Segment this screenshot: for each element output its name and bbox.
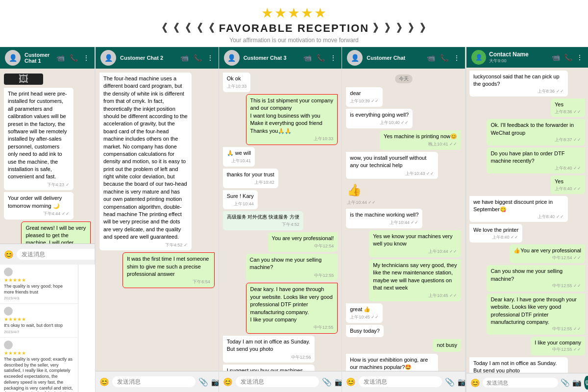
chat-panel-4: 👤 Customer Chat 📹 📞 ⋮ 今天 dear 上午10:39 ✓✓… [342,47,466,392]
message-item: Can you show me your selling machine? 中午… [246,254,338,281]
chat-input-bar-4: 😊 📎 📷 🎙 [342,371,465,392]
chat-header-1: 👤 Customer Chat 1 📹 📞 ⋮ [0,47,95,69]
right-chat-input-bar: 😊 📎 📷 🎙 [466,373,588,392]
right-chat-sub: 大午9:00 [489,58,549,64]
call-icon[interactable]: 📞 [564,53,572,61]
chat-header-icons-2: 📹 📞 ⋮ [180,54,214,62]
title-text: FAVORABLE RECEPTION [219,22,369,35]
reviews-panel: ★★★★★ The quality is very good; hope mor… [0,265,78,392]
message-item: Dear kary. I have gone through your webs… [487,294,585,335]
message-item: Yes we know your machines very well you … [369,230,461,257]
star-rating: ★★★★★ [0,5,588,21]
chat-body-4: 今天 dear 上午10:39 ✓✓ is everything going w… [342,69,465,371]
message-item: Yes 上午8:40 ✓✓ [551,175,585,194]
more-icon[interactable]: ⋮ [453,54,460,62]
message-item: Ok ok 上午10:33 [223,73,251,92]
right-chat-header-info: Contact Name 大午9:00 [489,51,549,64]
chat-input-bar-2: 😊 📎 📷 🎙 [96,371,219,392]
message-item-highlighted: This is 1st shipment your company and ou… [246,94,338,145]
video-icon[interactable]: 📹 [552,53,560,61]
message-item: You are very professional! 中午12:54 [268,232,338,252]
video-icon[interactable]: 📹 [180,54,189,62]
message-item: Sure ! Kary 上午10:44 [223,190,258,210]
attach-icon[interactable]: 📎 [445,377,455,387]
header-subtitle: Your affirmation is our motivation to mo… [0,37,588,44]
more-icon[interactable]: ⋮ [83,54,90,62]
review-item: ★★★★★ The quality is very good; hope mor… [0,265,78,304]
message-item: Your order will delivery tomorrow mornin… [4,192,74,219]
emoji-icon[interactable]: 😊 [470,378,480,388]
chat-body-3: Ok ok 上午10:33 This is 1st shipment your … [219,69,342,371]
right-chat-avatar: 👤 [471,50,486,65]
chat-name-2: Customer Chat 2 [120,55,176,61]
call-icon[interactable]: 📞 [70,54,78,62]
chat-body-2: The four-head machine uses a different b… [96,69,219,371]
message-item: Ok. I'll feedback to the forwarder in We… [487,119,585,145]
chat-header-2: 👤 Customer Chat 2 📹 📞 ⋮ [96,47,219,69]
call-icon[interactable]: 📞 [194,54,202,62]
right-header-icons: 📹 📞 ⋮ [552,53,583,61]
right-chat-name: Contact Name [489,51,549,58]
chat-avatar-3: 👤 [224,50,240,66]
more-icon[interactable]: ⋮ [576,53,583,61]
message-item: 🙏 we will 上午10:41 [223,147,255,167]
emoji-icon[interactable]: 😊 [99,377,109,387]
emoji-icon[interactable]: 😊 [4,250,14,259]
chat-header-icons-1: 📹 📞 ⋮ [56,54,90,62]
message-item: not busy [433,339,461,351]
right-message-input[interactable] [483,378,558,388]
camera-icon[interactable]: 📷 [335,377,343,387]
more-icon[interactable]: ⋮ [330,54,337,62]
chat-name-1: Customer Chat 1 [24,52,52,64]
message-item: thanks for your trust 上午10:42 [223,169,278,188]
message-item: I suggest you buy our machines and consu… [223,365,315,371]
message-input-1[interactable] [17,249,95,260]
video-icon[interactable]: 📹 [427,54,435,62]
reviewer-avatar [4,307,13,316]
message-item: How is your exhibition going, are our ma… [346,354,438,371]
chat-panel-2: 👤 Customer Chat 2 📹 📞 ⋮ The four-head ma… [96,47,219,392]
message-item: I like your company 中午12:55 ✓✓ [531,337,585,355]
chat-input-bar-3: 😊 📎 📷 🎙 [219,371,342,392]
camera-icon[interactable]: 📷 [572,378,582,387]
emoji-icon[interactable]: 😊 [346,377,356,387]
video-icon[interactable]: 📹 [303,54,312,62]
chat-avatar-1: 👤 [5,50,21,66]
reviewer-avatar [4,268,13,276]
video-icon[interactable]: 📹 [56,54,65,62]
message-item: Yes 上午8:36 ✓✓ [551,98,585,117]
right-send-button[interactable]: 🎙 [584,376,588,390]
call-icon[interactable]: 📞 [440,54,448,62]
message-input-2[interactable] [112,376,196,387]
more-icon[interactable]: ⋮ [207,54,214,62]
message-item: My technicians say very good, they like … [369,259,461,301]
emoji-icon[interactable]: 😊 [223,377,233,387]
attach-icon[interactable]: 📎 [322,377,332,387]
message-item-highlighted: It was the first time I met someone shim… [122,252,215,288]
camera-icon[interactable]: 📷 [458,377,466,387]
right-arrows: 》》》》》 [373,21,432,36]
attach-icon[interactable]: 📎 [561,378,570,387]
page-header: ★★★★★ 《《《《《 FAVORABLE RECEPTION 》》》》》 Yo… [0,0,588,47]
message-item: wow, you install yourself without any ou… [346,152,438,179]
chat-panel-1: 👤 Customer Chat 1 📹 📞 ⋮ 🖼 The print head… [0,47,95,265]
message-input-3[interactable] [236,376,319,387]
message-item: is everything going well? 上午10:40 ✓✓ [346,109,413,128]
message-item: is the machine working well? 上午10:44 ✓✓ [346,209,422,228]
camera-icon[interactable]: 📷 [211,377,219,387]
message-item: great 👍 上午10:45 ✓✓ [346,303,383,323]
page-title: 《《《《《 FAVORABLE RECEPTION 》》》》》 [0,21,588,36]
chat-avatar-2: 👤 [100,50,116,66]
message-input-4[interactable] [359,376,442,387]
message-item: Today I am not in office as Sunday. But … [469,357,568,373]
chat-header-icons-4: 📹 📞 ⋮ [427,54,460,62]
right-chat-header: 👤 Contact Name 大午9:00 📹 📞 ⋮ [466,47,588,68]
chat-body-1: 🖼 The print head were pre-installed for … [0,69,95,244]
right-chat-body: luckyconsol said that he can pick up the… [466,68,588,373]
attach-icon[interactable]: 📎 [198,377,208,387]
review-item: ★★★★★ The quality is very good; exactly … [0,338,78,392]
message-item: Today I am not in office as Sunday. But … [223,336,315,363]
main-content: 👤 Customer Chat 1 📹 📞 ⋮ 🖼 The print head… [0,47,588,392]
call-icon[interactable]: 📞 [317,54,325,62]
message-item: luckyconsol said that he can pick up the… [469,71,568,97]
